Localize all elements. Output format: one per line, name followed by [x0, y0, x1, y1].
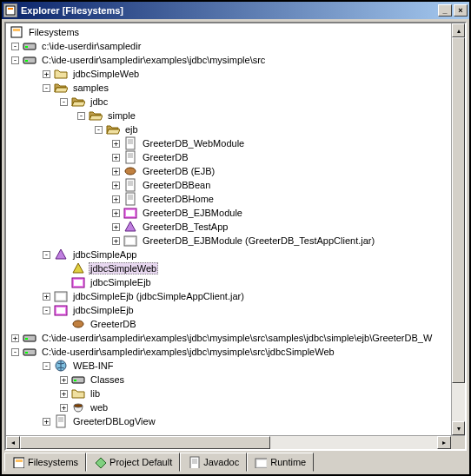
expand-toggle[interactable]: - — [43, 307, 50, 314]
expand-toggle[interactable]: - — [11, 348, 19, 356]
tree-root[interactable]: Filesystems — [27, 27, 81, 37]
page-icon — [54, 414, 68, 428]
expand-toggle[interactable]: + — [112, 237, 120, 245]
tree-node[interactable]: GreeterDBBean — [141, 180, 212, 190]
tree-node[interactable]: WEB-INF — [71, 360, 115, 371]
tab-label: Filesystems — [28, 457, 78, 467]
scroll-thumb[interactable] — [20, 436, 270, 449]
expand-toggle[interactable]: + — [112, 223, 120, 231]
expand-toggle[interactable]: - — [43, 84, 50, 92]
tree-node[interactable]: GreeterDB_EJBModule — [141, 208, 244, 218]
tree-node[interactable]: web — [89, 402, 109, 413]
expand-toggle[interactable]: + — [43, 70, 50, 78]
tree-node[interactable]: GreeterDB_TestApp — [141, 221, 229, 232]
module-icon — [123, 206, 137, 220]
scroll-thumb[interactable] — [452, 37, 465, 383]
filesystems-icon — [10, 25, 23, 39]
expand-toggle[interactable]: - — [43, 251, 50, 259]
tree-node[interactable]: simple — [106, 110, 137, 121]
tree-node[interactable]: GreeterDB_EJBModule (GreeterDB_TestAppCl… — [141, 235, 376, 246]
diamond-icon — [94, 456, 106, 468]
tab-label: Runtime — [270, 457, 306, 467]
expand-toggle[interactable]: - — [11, 43, 19, 50]
expand-toggle[interactable]: + — [43, 418, 50, 426]
tree-node[interactable]: GreeterDB — [89, 319, 138, 329]
tree-node[interactable]: c:\ide-userdir\sampledir — [40, 41, 143, 51]
tree-node[interactable]: GreeterDB — [141, 152, 190, 162]
horizontal-scrollbar[interactable]: ◂ ▸ — [6, 435, 465, 449]
folder-icon — [71, 387, 85, 400]
drive-icon — [23, 39, 36, 53]
tree-node[interactable]: jdbc — [89, 96, 109, 107]
expand-toggle[interactable]: - — [11, 56, 19, 64]
expand-toggle[interactable]: + — [112, 168, 120, 175]
drive-icon — [23, 345, 36, 359]
expand-toggle[interactable]: + — [11, 334, 19, 342]
tree-node[interactable]: GreeterDBLogView — [71, 416, 157, 426]
page-icon — [123, 178, 137, 192]
tree-node[interactable]: C:\ide-userdir\sampledir\examples\jdbc\m… — [40, 347, 336, 357]
folder-open-icon — [106, 122, 120, 136]
scroll-left-button[interactable]: ◂ — [6, 436, 20, 449]
folder-open-icon — [71, 95, 85, 109]
module-icon — [54, 289, 68, 303]
folder-open-icon — [54, 81, 68, 95]
scroll-up-button[interactable]: ▴ — [452, 23, 465, 37]
tree-node[interactable]: samples — [71, 83, 110, 93]
tab-runtime[interactable]: Runtime — [247, 453, 314, 472]
expand-toggle[interactable]: + — [43, 293, 50, 301]
tree-node-selected[interactable]: jdbcSimpleWeb — [89, 262, 158, 274]
filesystem-tree[interactable]: Filesystems - c:\ide-userdir\sampledir -… — [6, 23, 451, 430]
expand-toggle[interactable]: - — [77, 112, 85, 120]
expand-toggle[interactable]: + — [112, 195, 120, 203]
tree-node[interactable]: lib — [89, 388, 102, 399]
filesystems-icon — [12, 456, 24, 468]
expand-toggle[interactable]: + — [112, 209, 120, 217]
triangle-icon — [54, 248, 68, 261]
drive-icon — [23, 53, 36, 67]
expand-toggle[interactable]: + — [112, 154, 120, 162]
expand-toggle[interactable]: + — [112, 140, 120, 148]
tree-node[interactable]: GreeterDB_WebModule — [141, 138, 246, 149]
tree-node[interactable]: C:\ide-userdir\sampledir\examples\jdbc\m… — [40, 333, 434, 343]
folder-open-icon — [89, 109, 103, 122]
titlebar: Explorer [Filesystems] _ × — [2, 2, 469, 19]
explorer-window: Explorer [Filesystems] _ × Filesystems -… — [0, 0, 471, 476]
module-icon — [54, 303, 68, 317]
expand-toggle[interactable]: - — [95, 126, 103, 134]
vertical-scrollbar[interactable]: ▴ ▾ — [451, 23, 465, 435]
tree-node[interactable]: Classes — [89, 374, 126, 385]
tree-node[interactable]: jdbcSimpleApp — [71, 249, 138, 260]
scroll-right-button[interactable]: ▸ — [437, 436, 451, 449]
bean-icon — [71, 317, 85, 331]
tree-node[interactable]: C:\ide-userdir\sampledir\examples\jdbc\m… — [40, 55, 267, 65]
tree-node[interactable]: jdbcSimpleEjb (jdbcSimpleAppClient.jar) — [71, 291, 246, 301]
scroll-down-button[interactable]: ▾ — [452, 421, 465, 435]
close-button[interactable]: × — [454, 4, 468, 17]
tree-node[interactable]: GreeterDBHome — [141, 194, 216, 204]
tree-node[interactable]: jdbcSimpleEjb — [89, 277, 153, 288]
cup-icon — [71, 400, 85, 414]
tab-bar: Filesystems Project Default Javadoc Runt… — [4, 451, 467, 472]
tree-panel: Filesystems - c:\ide-userdir\sampledir -… — [4, 22, 467, 451]
svg-rect-15 — [6, 6, 15, 15]
tab-javadoc[interactable]: Javadoc — [180, 453, 247, 472]
tree-node[interactable]: GreeterDB (EJB) — [141, 166, 216, 176]
expand-toggle[interactable]: + — [60, 404, 68, 412]
tab-filesystems[interactable]: Filesystems — [4, 453, 86, 472]
module-icon — [123, 234, 137, 248]
tree-node[interactable]: jdbcSimpleWeb — [71, 69, 141, 79]
expand-toggle[interactable]: + — [60, 376, 68, 384]
expand-toggle[interactable]: - — [60, 98, 68, 106]
tree-node[interactable]: ejb — [123, 124, 140, 135]
expand-toggle[interactable]: - — [43, 362, 50, 370]
tab-project-default[interactable]: Project Default — [86, 453, 180, 472]
page-icon — [188, 456, 200, 468]
tree-node[interactable]: jdbcSimpleEjb — [71, 305, 136, 315]
expand-toggle[interactable]: + — [60, 390, 68, 398]
triangle-yellow-icon — [71, 261, 85, 275]
globe-icon — [54, 359, 68, 373]
svg-rect-16 — [8, 8, 13, 10]
expand-toggle[interactable]: + — [112, 182, 120, 189]
minimize-button[interactable]: _ — [438, 4, 452, 17]
